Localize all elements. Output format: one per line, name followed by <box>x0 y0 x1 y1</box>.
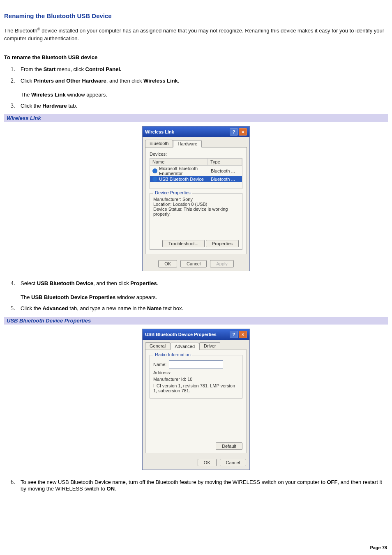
row-name: USB Bluetooth Device <box>159 177 209 182</box>
steps-list-continued-2: To see the new USB Bluetooth Device name… <box>16 479 388 492</box>
tab-advanced[interactable]: Advanced <box>170 343 199 350</box>
address-label: Address: <box>153 370 239 375</box>
bluetooth-icon <box>152 177 157 182</box>
device-properties-group: Device Properties Manufacturer: Sony Loc… <box>150 193 242 250</box>
wireless-link-dialog: Wireless Link ? × Bluetooth Hardware Dev… <box>142 126 250 271</box>
section-heading: To rename the Bluetooth USB device <box>4 54 388 60</box>
text: , and then click <box>93 280 130 286</box>
step-2: Click Printers and Other Hardware, and t… <box>16 78 388 98</box>
devices-list-body: Microsoft Bluetooth Enumerator Bluetooth… <box>150 166 242 189</box>
bold: Control Panel. <box>85 66 122 72</box>
text: . <box>115 486 116 492</box>
text: menu, click <box>55 66 85 72</box>
step-3: Click the Hardware tab. <box>16 103 388 109</box>
text: Click the <box>21 103 42 109</box>
troubleshoot-button[interactable]: Troubleshoot... <box>162 240 205 247</box>
name-input[interactable] <box>169 360 223 368</box>
dialog-titlebar: Wireless Link ? × <box>143 127 249 137</box>
text: Click the <box>21 305 42 311</box>
list-item[interactable]: USB Bluetooth Device Bluetooth ... <box>150 176 242 182</box>
tab-panel: Devices: Name Type Microsoft Bluetooth E… <box>145 147 247 254</box>
intro-text-b: device installed on your computer has an… <box>4 28 384 41</box>
group-legend: Device Properties <box>153 190 192 195</box>
tab-strip: General Advanced Driver <box>143 340 249 350</box>
tab-bluetooth[interactable]: Bluetooth <box>145 140 173 147</box>
step-6: To see the new USB Bluetooth Device name… <box>16 479 388 492</box>
bt-properties-dialog: USB Bluetooth Device Properties ? × Gene… <box>142 329 250 470</box>
text: window appears. <box>115 294 157 300</box>
text: window appears. <box>66 92 107 98</box>
tab-panel: Radio Information Name: Address: Manufac… <box>145 350 247 453</box>
bold: Hardware <box>42 103 67 109</box>
version-line: HCI version 1, revision 781. LMP version… <box>153 383 239 393</box>
bold: Advanced <box>42 305 68 311</box>
steps-list: From the Start menu, click Control Panel… <box>16 66 388 109</box>
properties-button[interactable]: Properties <box>206 240 239 247</box>
bold: OFF <box>327 479 338 485</box>
row-type: Bluetooth ... <box>211 177 240 182</box>
help-icon[interactable]: ? <box>230 331 238 338</box>
cancel-button[interactable]: Cancel <box>180 260 207 267</box>
manufacturer-line: Manufacturer: Sony <box>153 197 239 202</box>
devices-list-header: Name Type <box>150 158 242 166</box>
group-legend: Radio Information <box>153 352 192 357</box>
page-title: Renaming the Bluetooth USB Device <box>4 12 388 19</box>
text: tab. <box>67 103 77 109</box>
bluetooth-icon <box>152 168 157 173</box>
text: From the <box>21 66 44 72</box>
bold: Printers and Other Hardware <box>34 78 106 84</box>
figure-2: USB Bluetooth Device Properties ? × Gene… <box>4 329 388 470</box>
tab-general[interactable]: General <box>145 342 170 350</box>
bold: Wireless Link <box>31 92 66 98</box>
dialog-footer: OK Cancel Apply <box>143 257 249 271</box>
bold: ON <box>107 486 115 492</box>
row-name: Microsoft Bluetooth Enumerator <box>159 166 209 176</box>
dialog-footer: OK Cancel <box>143 456 249 470</box>
text: text box. <box>161 305 183 311</box>
bold: Properties <box>130 280 157 286</box>
list-item[interactable]: Microsoft Bluetooth Enumerator Bluetooth… <box>150 166 242 176</box>
step-4: Select USB Bluetooth Device, and then cl… <box>16 280 388 300</box>
text: , and then click <box>106 78 143 84</box>
name-label: Name: <box>153 362 166 367</box>
text: . <box>178 78 180 84</box>
text: The <box>21 294 31 300</box>
figure-caption-2: USB Bluetooth Device Properties <box>4 317 388 325</box>
apply-button[interactable]: Apply <box>210 260 234 267</box>
ok-button[interactable]: OK <box>158 260 177 267</box>
manufacturer-line: Manufacturer Id: 10 <box>153 377 239 382</box>
ok-button[interactable]: OK <box>198 459 217 466</box>
steps-list-continued: Select USB Bluetooth Device, and then cl… <box>16 280 388 312</box>
close-icon[interactable]: × <box>239 128 247 136</box>
status-line: Device Status: This device is working pr… <box>153 207 239 216</box>
step-1: From the Start menu, click Control Panel… <box>16 66 388 73</box>
bold: Start <box>44 66 56 72</box>
text: Select <box>21 280 37 286</box>
text: Click <box>21 78 34 84</box>
tab-driver[interactable]: Driver <box>199 342 220 350</box>
intro-text-a: The Bluetooth <box>4 28 37 34</box>
bold: USB Bluetooth Device Properties <box>31 294 115 300</box>
bold: Name <box>147 305 161 311</box>
col-name[interactable]: Name <box>150 159 208 165</box>
tab-hardware[interactable]: Hardware <box>173 140 202 147</box>
help-icon[interactable]: ? <box>230 128 238 136</box>
dialog-title: USB Bluetooth Device Properties <box>145 332 217 337</box>
bold: USB Bluetooth Device <box>37 280 93 286</box>
dialog-titlebar: USB Bluetooth Device Properties ? × <box>143 329 249 340</box>
figure-1: Wireless Link ? × Bluetooth Hardware Dev… <box>4 126 388 271</box>
col-type[interactable]: Type <box>208 159 242 165</box>
location-line: Location: Location 0 (USB) <box>153 202 239 207</box>
devices-label: Devices: <box>150 152 242 157</box>
step-5: Click the Advanced tab, and type a new n… <box>16 305 388 312</box>
text: To see the new USB Bluetooth Device name… <box>21 479 327 485</box>
default-button[interactable]: Default <box>216 442 242 450</box>
cancel-button[interactable]: Cancel <box>220 459 246 466</box>
registered-mark: ® <box>37 27 40 31</box>
figure-caption-1: Wireless Link <box>4 114 388 122</box>
row-type: Bluetooth ... <box>211 168 240 173</box>
text: The <box>21 92 31 98</box>
close-icon[interactable]: × <box>239 331 247 338</box>
page-number: Page 78 <box>370 545 387 550</box>
intro-paragraph: The Bluetooth® device installed on your … <box>4 27 388 43</box>
